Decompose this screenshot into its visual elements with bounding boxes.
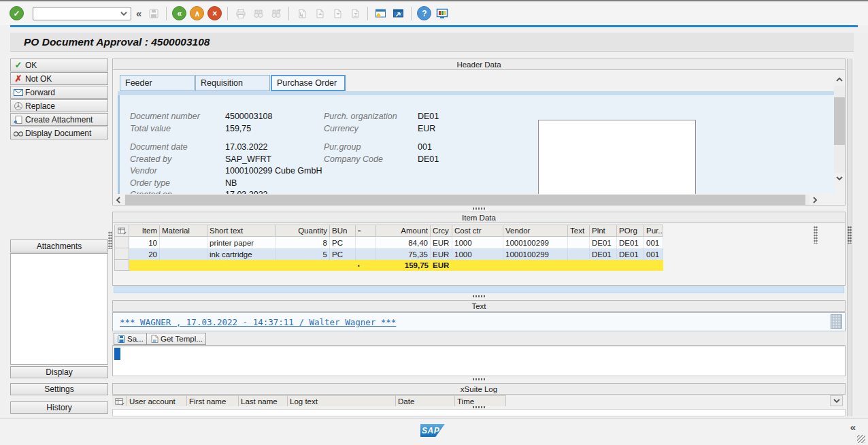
get-template-button[interactable]: Get Templ... [146, 333, 206, 345]
item-row-20[interactable]: 20ink cartridge5PC75,35EUR10001000100299… [114, 248, 663, 260]
attachments-header-button[interactable]: Attachments [10, 240, 108, 252]
back-icon[interactable]: « [172, 6, 186, 20]
cell-porg[interactable]: DE01 [617, 237, 644, 248]
generate-shortcut-icon[interactable] [391, 6, 405, 20]
cell--[interactable] [356, 248, 376, 260]
text-input-area[interactable] [112, 346, 846, 376]
column-header-pur-[interactable]: Pur... [644, 225, 663, 237]
cell-short-text[interactable]: printer paper [207, 237, 276, 248]
scroll-thumb[interactable] [125, 195, 805, 205]
cell-material[interactable] [160, 237, 207, 248]
column-header-material[interactable]: Material [160, 225, 207, 237]
cell-text[interactable] [568, 248, 590, 260]
cell-vendor[interactable]: 1000100299 [503, 248, 568, 260]
sidebar-button-ok[interactable]: ✓OK [10, 59, 108, 71]
cell-bun[interactable]: PC [330, 237, 356, 248]
cell--[interactable] [356, 237, 376, 248]
item-data-splitter-handle[interactable] [473, 208, 486, 210]
chevron-down-icon[interactable] [119, 9, 129, 18]
sidebar-button-replace[interactable]: Replace [10, 99, 108, 112]
select-all-icon[interactable] [114, 225, 129, 237]
item-row-10[interactable]: 10printer paper8PC84,40EUR10001000100299… [114, 237, 663, 248]
right-splitter-grip[interactable] [848, 226, 852, 244]
customize-layout-icon[interactable] [435, 6, 449, 20]
exit-icon[interactable]: ∧ [190, 6, 204, 20]
sidebar-button-display-document[interactable]: Display Document [10, 127, 108, 139]
select-all-icon[interactable] [112, 395, 127, 406]
save-text-button[interactable]: Sa... [114, 333, 147, 345]
cell-crcy[interactable]: EUR [431, 248, 452, 260]
text-scroll-handle[interactable] [831, 314, 842, 329]
xsuite-splitter-handle[interactable] [473, 378, 486, 380]
column-header-cost-ctr[interactable]: Cost ctr [452, 225, 503, 237]
column-header-item[interactable]: Item [129, 225, 160, 237]
row-selector[interactable] [114, 248, 129, 260]
cell-porg[interactable]: DE01 [617, 248, 644, 260]
sidebar-button-display[interactable]: Display [10, 366, 108, 378]
cell-pur-[interactable]: 001 [644, 237, 663, 248]
cancel-icon[interactable]: × [207, 6, 222, 20]
column-header-text[interactable]: Text [568, 225, 590, 237]
tab-feeder[interactable]: Feeder [120, 75, 195, 91]
xsuite-scroll-down-arrow[interactable] [830, 395, 843, 406]
cell-plnt[interactable]: DE01 [590, 248, 617, 260]
xsuite-column-user-account[interactable]: User account [127, 395, 187, 406]
attachments-panel[interactable] [10, 253, 108, 365]
sidebar-button-forward[interactable]: Forward [10, 86, 108, 99]
scroll-right-arrow[interactable] [809, 195, 820, 205]
cell-quantity[interactable]: 5 [276, 248, 330, 260]
collapse-toolbar-button[interactable]: « [136, 7, 141, 19]
cell-vendor[interactable]: 1000100299 [503, 237, 568, 248]
sidebar-button-history[interactable]: History [10, 401, 108, 414]
cell-item[interactable]: 20 [129, 248, 160, 260]
text-splitter-handle[interactable] [473, 295, 486, 297]
cell-quantity[interactable]: 8 [276, 237, 330, 248]
column-header-amount[interactable]: Amount [376, 225, 431, 237]
column-header--[interactable]: ▫ [356, 225, 376, 237]
cell-plnt[interactable]: DE01 [590, 237, 617, 248]
column-header-crcy[interactable]: Crcy [431, 225, 452, 237]
xsuite-column-time[interactable]: Time [455, 395, 506, 406]
statusbar-collapse-button[interactable]: « [850, 421, 856, 433]
cell-crcy[interactable]: EUR [431, 237, 452, 248]
scroll-down-arrow[interactable] [834, 173, 845, 184]
new-session-icon[interactable] [373, 6, 388, 20]
sidebar-button-create-attachment[interactable]: Create Attachment [10, 113, 108, 126]
xsuite-lower-handle[interactable] [473, 406, 486, 408]
cell-text[interactable] [568, 237, 590, 248]
item-total-row[interactable]: ▪159,75EUR [114, 260, 663, 271]
item-panel-grip[interactable] [814, 226, 818, 244]
help-icon[interactable]: ? [417, 6, 431, 20]
sidebar-button-not-ok[interactable]: ✗Not OK [10, 72, 108, 85]
column-header-quantity[interactable]: Quantity [276, 225, 330, 237]
command-field[interactable] [33, 7, 131, 20]
cell-amount[interactable]: 84,40 [376, 237, 431, 248]
tab-requisition[interactable]: Requisition [195, 75, 270, 91]
column-header-short-text[interactable]: Short text [207, 225, 276, 237]
row-selector[interactable] [114, 237, 129, 248]
scroll-thumb[interactable] [834, 97, 845, 145]
cell-material[interactable] [160, 248, 207, 260]
cell-pur-[interactable]: 001 [644, 248, 663, 260]
scroll-left-arrow[interactable] [114, 195, 124, 205]
enter-icon[interactable]: ✓ [10, 6, 24, 20]
cell-cost-ctr[interactable]: 1000 [452, 237, 503, 248]
column-header-vendor[interactable]: Vendor [503, 225, 568, 237]
tab-purchase-order[interactable]: Purchase Order [271, 75, 346, 91]
cell-amount[interactable]: 75,35 [376, 248, 431, 260]
xsuite-column-last-name[interactable]: Last name [239, 395, 288, 406]
cell-item[interactable]: 10 [129, 237, 160, 248]
xsuite-column-log-text[interactable]: Log text [288, 395, 396, 406]
xsuite-column-date[interactable]: Date [396, 395, 455, 406]
column-header-porg[interactable]: POrg [617, 225, 644, 237]
sidebar-button-settings[interactable]: Settings [10, 383, 108, 395]
scroll-up-arrow[interactable] [834, 75, 845, 86]
cell-bun[interactable]: PC [330, 248, 356, 260]
item-table-header[interactable]: ItemMaterialShort textQuantityBUn▫Amount… [114, 225, 663, 237]
column-header-bun[interactable]: BUn [330, 225, 356, 237]
cell-cost-ctr[interactable]: 1000 [452, 248, 503, 260]
cell-short-text[interactable]: ink cartridge [207, 248, 276, 260]
xsuite-column-first-name[interactable]: First name [187, 395, 239, 406]
resize-grip-icon[interactable] [857, 435, 865, 443]
column-header-plnt[interactable]: Plnt [590, 225, 617, 237]
